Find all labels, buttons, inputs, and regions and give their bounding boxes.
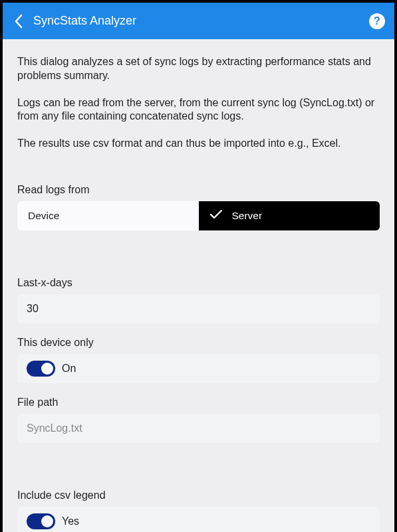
chevron-left-icon: [14, 14, 23, 29]
device-only-row: On: [17, 354, 380, 383]
csv-legend-toggle[interactable]: [27, 513, 55, 529]
last-x-days-input[interactable]: 30: [17, 294, 380, 323]
toggle-knob: [41, 515, 53, 527]
content-area: This dialog analyzes a set of sync logs …: [3, 39, 394, 532]
description-line-3: The results use csv format and can thus …: [17, 137, 380, 151]
check-icon: [209, 209, 223, 222]
help-button[interactable]: ?: [369, 13, 385, 29]
read-logs-label: Read logs from: [17, 184, 380, 196]
last-x-days-value: 30: [27, 303, 39, 315]
description-block: This dialog analyzes a set of sync logs …: [17, 55, 380, 151]
read-logs-selector: Device Server: [17, 201, 380, 230]
csv-legend-label: Include csv legend: [17, 489, 380, 501]
help-icon: ?: [374, 15, 380, 27]
file-path-placeholder: SyncLog.txt: [27, 422, 82, 434]
device-only-value: On: [62, 363, 76, 375]
app-header: SyncStats Analyzer ?: [3, 3, 394, 39]
csv-legend-row: Yes: [17, 507, 380, 532]
read-logs-option-server[interactable]: Server: [199, 201, 380, 230]
last-x-days-label: Last-x-days: [17, 277, 380, 289]
read-logs-option-device-label: Device: [28, 210, 59, 222]
page-title: SyncStats Analyzer: [33, 14, 136, 28]
read-logs-option-device[interactable]: Device: [17, 201, 199, 230]
description-line-2: Logs can be read from the server, from t…: [17, 96, 380, 124]
device-only-toggle[interactable]: [27, 361, 55, 377]
back-button[interactable]: [11, 8, 27, 35]
file-path-input[interactable]: SyncLog.txt: [17, 414, 380, 443]
device-only-label: This device only: [17, 337, 380, 349]
description-line-1: This dialog analyzes a set of sync logs …: [17, 55, 380, 83]
csv-legend-value: Yes: [62, 515, 79, 527]
file-path-label: File path: [17, 397, 380, 408]
toggle-knob: [41, 363, 53, 375]
read-logs-option-server-label: Server: [232, 210, 263, 222]
